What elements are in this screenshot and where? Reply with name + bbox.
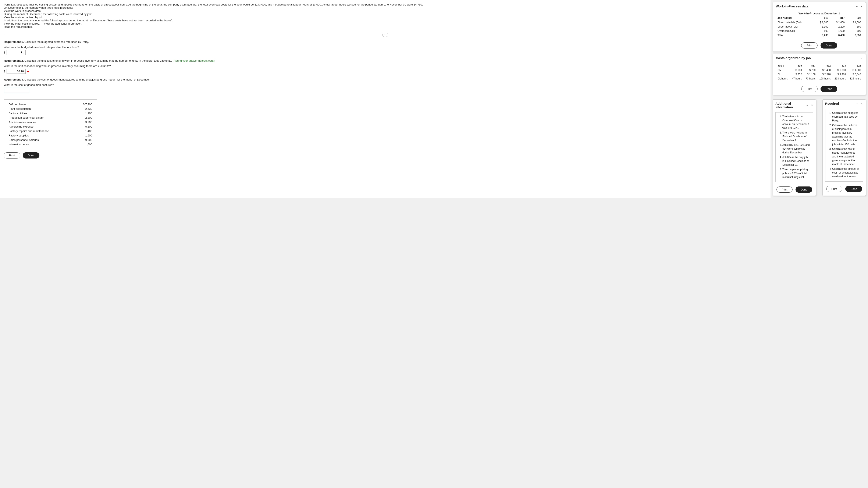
costs-minimize-button[interactable]: − — [856, 56, 858, 60]
link-additional-info[interactable]: View the additional information. — [44, 22, 82, 25]
costs-row-label: DL — [776, 72, 790, 77]
wip-data-table: Work-in-Process at December 1 Job Number… — [776, 12, 863, 37]
additional-info-box: The balance in the Overhead Control acco… — [775, 112, 813, 182]
req3-answer-input[interactable] — [4, 88, 29, 93]
required-done-button[interactable]: Done — [845, 186, 862, 192]
other-costs-row: Advertising expense5,500 — [7, 124, 93, 129]
wip-row-value: 550 — [846, 25, 863, 29]
required-minimize-button[interactable]: − — [856, 102, 859, 105]
link-requirements[interactable]: Read the requirements. — [4, 25, 33, 28]
costs-col-header: 822 — [817, 64, 832, 68]
req2-question: What is the unit cost of ending work-in-… — [4, 64, 767, 68]
other-costs-label: Factory utilities — [7, 111, 75, 116]
required-panel-title: Required — [825, 102, 839, 105]
wip-row-label: Direct labour (DL) — [776, 25, 813, 29]
required-print-button[interactable]: Print — [826, 186, 843, 192]
req2-answer-input[interactable] — [6, 69, 26, 74]
costs-print-button[interactable]: Print — [801, 86, 817, 92]
required-close-button[interactable]: × — [861, 102, 863, 105]
wip-row-value: $ 1,600 — [846, 20, 863, 25]
required-panel-header: Required − × — [823, 100, 866, 107]
costs-close-button[interactable]: × — [860, 56, 863, 60]
additional-done-button[interactable]: Done — [796, 186, 812, 193]
other-costs-value: 5,500 — [75, 124, 93, 129]
bottom-right-panels: Additional information − × The balance i… — [771, 97, 868, 198]
requirement-1-section: Requirement 1. Calculate the budgeted ov… — [4, 40, 767, 55]
req2-dollar: $ — [4, 70, 5, 73]
required-info-box: Calculate the budgeted overhead rate use… — [825, 109, 863, 182]
costs-row-label: DM — [776, 68, 790, 72]
costs-panel-header: Costs organized by job − × — [773, 54, 866, 61]
wip-panel: Work-in-Process data − × Work-in-Process… — [773, 2, 866, 52]
bottom-left-done-button[interactable]: Done — [23, 152, 39, 158]
wip-close-button[interactable]: × — [860, 5, 863, 8]
additional-close-button[interactable]: × — [811, 103, 813, 107]
wip-row-label: Overhead (OH) — [776, 29, 813, 33]
divider-bar: ··· — [4, 33, 767, 37]
other-costs-row: Plant depreciation2,530 — [7, 106, 93, 111]
other-costs-row: Administrative salaries3,700 — [7, 120, 93, 124]
required-panel: Required − × Calculate the budgeted over… — [823, 99, 866, 196]
required-item-1: Calculate the budgeted overhead rate use… — [832, 111, 860, 122]
bottom-left-print-button[interactable]: Print — [4, 152, 20, 158]
link-other-costs[interactable]: View the other costs incurred. — [4, 22, 40, 25]
wip-print-button[interactable]: Print — [801, 42, 817, 49]
other-costs-label: DM purchases — [7, 102, 75, 106]
wip-col-job: Job Number — [776, 16, 813, 20]
req1-answer-input[interactable] — [6, 50, 26, 55]
link-costs[interactable]: View the costs organized by job. — [4, 16, 43, 19]
costs-row-value: 73 hours — [804, 77, 817, 81]
link-wip[interactable]: View the work-in-process data. — [4, 9, 41, 12]
req3-question: What is the cost of goods manufactured? — [4, 83, 767, 87]
other-costs-value: 1,600 — [75, 142, 93, 147]
additional-item-1: The balance in the Overhead Control acco… — [782, 115, 810, 130]
other-costs-label: Plant depreciation — [7, 106, 75, 111]
wip-row-value: 700 — [846, 29, 863, 33]
wip-col-822: 822 — [846, 16, 863, 20]
intro-paragraph1: Perry Ltd. uses a normal job-costing sys… — [4, 3, 767, 6]
req2-text: Calculate the unit cost of ending work-i… — [25, 59, 172, 62]
wip-panel-controls: − × — [856, 5, 863, 8]
wip-row-value: 1,100 — [813, 25, 830, 29]
req2-hint: (Round your answer nearest cent.) — [173, 59, 215, 62]
other-costs-row: Factory utilities1,900 — [7, 111, 93, 116]
wip-row-value: $ 2,600 — [830, 20, 846, 25]
wip-row-value: 2,200 — [830, 25, 846, 29]
costs-col-header: Job # — [776, 64, 790, 68]
other-costs-row: Factory supplies1,900 — [7, 133, 93, 138]
requirement-2-section: Requirement 2. Calculate the unit cost o… — [4, 59, 767, 74]
wip-row-value: $ 1,300 — [813, 20, 830, 25]
costs-panel-content: Job #815817822823824 DM$ 600$ 700$ 1,400… — [773, 61, 866, 84]
additional-panel-controls: − × — [806, 103, 813, 107]
costs-row-value: $ 1,300 — [832, 68, 848, 72]
wip-panel-header: Work-in-Process data − × — [773, 2, 866, 10]
additional-panel-footer: Print Done — [773, 184, 816, 195]
other-costs-value: 3,700 — [75, 120, 93, 124]
additional-items-list: The balance in the Overhead Control acco… — [779, 115, 810, 179]
req1-question: What was the budgeted overhead rate per … — [4, 45, 767, 49]
other-costs-table: DM purchases$ 7,900Plant depreciation2,5… — [7, 102, 93, 147]
costs-done-button[interactable]: Done — [820, 86, 837, 92]
additional-print-button[interactable]: Print — [776, 186, 793, 193]
wip-done-button[interactable]: Done — [820, 42, 837, 49]
wip-minimize-button[interactable]: − — [856, 5, 858, 8]
costs-row-value: $ 3,488 — [832, 72, 848, 77]
intro-paragraph4: In addition, the company incurred the fo… — [4, 19, 767, 22]
costs-row-label: DL hours — [776, 77, 790, 81]
other-costs-label: Production supervisor salary — [7, 116, 75, 120]
wip-table-caption: Work-in-Process at December 1 — [776, 12, 863, 15]
other-costs-label: Sales personnel salaries — [7, 138, 75, 142]
page-wrapper: Perry Ltd. uses a normal job-costing sys… — [0, 0, 868, 198]
req1-label: Requirement 1. — [4, 40, 24, 43]
additional-panel: Additional information − × The balance i… — [773, 99, 816, 196]
req1-dollar: $ — [4, 51, 5, 54]
wip-row-label: Direct materials (DM) — [776, 20, 813, 25]
costs-row-value: 218 hours — [832, 77, 848, 81]
req3-text: Calculate the cost of goods manufactured… — [25, 78, 151, 81]
costs-panel: Costs organized by job − × Job #81581782… — [773, 54, 866, 95]
additional-minimize-button[interactable]: − — [806, 103, 809, 107]
costs-row-value: 315 hours — [847, 77, 863, 81]
other-costs-value: 1,400 — [75, 129, 93, 133]
intro-paragraph3: During the month of December, the follow… — [4, 12, 767, 16]
additional-item-3: Jobs 815, 822, 823, and 824 were complet… — [782, 143, 810, 154]
